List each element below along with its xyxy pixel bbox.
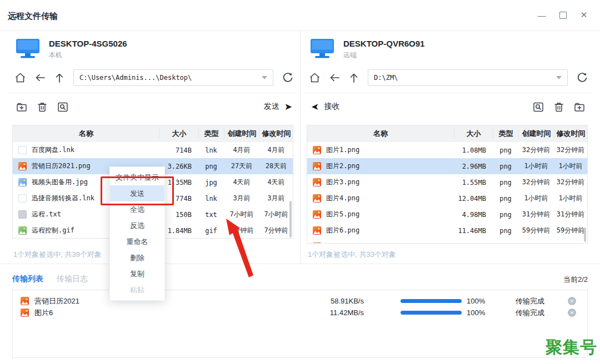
remove-transfer-icon[interactable]: ✕ [568,297,576,305]
file-icon [21,309,29,317]
file-name: 图片3.png [326,178,359,187]
file-name: 图片1.png [326,145,359,155]
file-created: 32分钟前 [518,145,554,155]
home-icon[interactable] [14,72,26,83]
file-modified: 4天前 [259,178,293,187]
column-header-type[interactable]: 类型 [493,129,518,139]
menu-item-send[interactable]: 发送 [110,185,164,201]
file-icon [18,194,27,203]
scrollbar-thumb[interactable] [289,201,292,237]
local-table-header: 名称 大小 类型 创建时间 修改时间 [13,125,293,142]
table-row[interactable]: 图片5.png 4.98MB png 31分钟前 31分钟前 [307,206,587,223]
remote-computer-header: DESKTOP-QVR6O91 远端 [310,38,424,60]
column-header-name[interactable]: 名称 [13,129,159,139]
send-arrow-icon: ➤ [284,102,292,112]
send-label: 发送 [264,102,279,112]
file-icon [313,194,321,203]
table-row[interactable]: 百度网盘.lnk 714B lnk 4月前 4月前 [13,142,293,158]
new-folder-icon[interactable] [16,101,28,113]
titlebar: 远程文件传输 — ✕ [0,0,600,31]
path-dropdown-icon[interactable] [262,76,267,79]
transfer-percent: 100% [467,309,490,317]
file-type: gif [198,227,224,235]
menu-item-show-in-folder[interactable]: 文件夹中显示 [110,169,164,185]
file-type: png [493,179,518,186]
file-size: 2.96MB [454,163,493,170]
new-folder-icon[interactable] [573,101,586,113]
local-computer-header: DESKTOP-4SG5026 本机 [16,38,127,60]
refresh-icon[interactable] [282,72,293,83]
local-path-input[interactable]: C:\Users\Adminis...\Desktop\ [73,69,273,86]
nav-divider [303,93,591,93]
menu-item-invert-selection[interactable]: 反选 [110,218,164,234]
column-header-modified[interactable]: 修改时间 [554,129,587,139]
transfer-speed: 58.91KB/s [308,297,364,305]
file-name: 视频头图备用.jpg [32,178,88,187]
menu-item-rename[interactable]: 重命名 [110,234,164,250]
file-modified: 7小时前 [259,210,293,219]
table-row[interactable]: 图片6.png 11.46MB png 59分钟前 59分钟前 [307,223,587,239]
table-row[interactable]: 图片2.png 2.96MB png 1小时前 1小时前 [307,158,587,174]
file-type: png [198,163,224,170]
remote-path-input[interactable]: D:\ZM\ [368,69,568,86]
minimize-icon[interactable]: — [537,10,547,20]
remote-computer-role: 远端 [343,50,424,60]
menu-item-delete[interactable]: 删除 [110,250,164,266]
file-size: 3.26KB [159,163,198,170]
remote-panel: DESKTOP-QVR6O91 远端 D:\ZM\ [307,31,588,264]
column-header-size[interactable]: 大小 [159,129,198,139]
search-icon[interactable] [532,101,544,113]
table-row[interactable]: 图片1.png 1.08MB png 32分钟前 32分钟前 [307,142,587,158]
file-created: 7分钟前 [224,226,259,235]
delete-icon[interactable] [553,101,565,113]
menu-item-paste[interactable]: 粘贴 [110,282,164,298]
file-name: 远程控制.gif [32,226,74,235]
file-size: 774B [159,195,198,203]
file-created: 1小时前 [518,194,554,203]
file-icon [313,146,321,154]
transfer-file-name: 营销日历2021 [34,296,79,306]
receive-arrow-icon: ➤ [311,102,319,112]
refresh-icon[interactable] [577,72,588,83]
column-header-created[interactable]: 创建时间 [518,129,554,139]
file-type: png [493,195,518,203]
table-row[interactable]: 图片4.png 12.04MB png 1小时前 1小时前 [307,190,587,206]
path-dropdown-icon[interactable] [556,76,562,79]
tab-transfer-list[interactable]: 传输列表 [12,274,43,284]
remote-nav-bar: D:\ZM\ [309,69,588,87]
up-icon[interactable] [349,73,359,83]
column-header-type[interactable]: 类型 [198,129,224,139]
column-header-size[interactable]: 大小 [454,129,493,139]
close-icon[interactable]: ✕ [579,10,589,20]
file-name: 图片5.png [326,210,359,219]
search-icon[interactable] [57,101,69,113]
file-modified: 32分钟前 [554,145,587,155]
column-header-created[interactable]: 创建时间 [224,129,259,139]
remote-file-table: 名称 大小 类型 创建时间 修改时间 图片1.png 1.08MB png 32… [307,125,588,244]
receive-button[interactable]: ➤ 接收 [311,102,339,112]
scrollbar-thumb[interactable] [584,228,586,242]
file-modified: 4月前 [259,145,293,155]
table-row[interactable]: 图片3.png 1.55MB png 32分钟前 32分钟前 [307,174,587,190]
delete-icon[interactable] [36,101,48,113]
up-icon[interactable] [54,73,64,83]
remove-transfer-icon[interactable]: ✕ [568,309,576,317]
file-created: 3月前 [224,194,259,203]
menu-item-select-all[interactable]: 全选 [110,201,164,218]
column-header-name[interactable]: 名称 [307,129,454,139]
column-header-modified[interactable]: 修改时间 [259,129,293,139]
table-row-partial[interactable] [307,239,587,244]
back-icon[interactable] [35,73,46,83]
maximize-icon[interactable] [558,10,568,20]
remote-computer-name: DESKTOP-QVR6O91 [343,39,424,48]
send-button[interactable]: 发送 ➤ [264,102,292,112]
tab-transfer-log[interactable]: 传输日志 [57,274,88,284]
file-modified: 28天前 [259,161,293,171]
home-icon[interactable] [309,72,321,83]
back-icon[interactable] [329,73,340,83]
file-created: 27天前 [224,161,259,171]
transfer-tabs: 传输列表 传输日志 [12,274,88,284]
file-name: 图片6.png [326,226,359,235]
file-size: 1.84MB [159,227,198,235]
menu-item-copy[interactable]: 复制 [110,266,164,282]
